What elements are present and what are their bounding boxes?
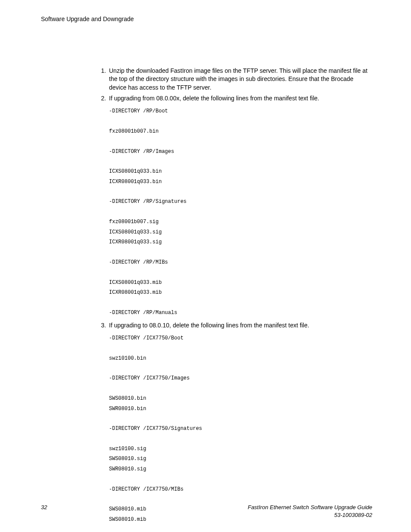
page-footer: 32 FastIron Ethernet Switch Software Upg… [41,504,372,519]
step-3-code: -DIRECTORY /ICX7750/Boot swz10100.bin -D… [109,333,372,532]
page-content: Unzip the downloaded FastIron image file… [97,67,372,532]
step-2-text: If upgrading from 08.0.00x, delete the f… [109,95,319,102]
document-page: Software Upgrade and Downgrade Unzip the… [0,0,411,532]
step-1: Unzip the downloaded FastIron image file… [108,67,372,92]
step-2: If upgrading from 08.0.00x, delete the f… [108,94,372,318]
step-3-text: If upgrading to 08.0.10, delete the foll… [109,322,309,329]
doc-title: FastIron Ethernet Switch Software Upgrad… [248,504,372,510]
page-number: 32 [41,504,47,511]
step-2-code: -DIRECTORY /RP/Boot fxz08001b007.bin -DI… [109,106,372,318]
doc-number: 53-1003089-02 [334,512,372,518]
page-header-title: Software Upgrade and Downgrade [41,15,372,24]
step-1-text: Unzip the downloaded FastIron image file… [109,67,367,91]
doc-info: FastIron Ethernet Switch Software Upgrad… [248,504,372,519]
step-3: If upgrading to 08.0.10, delete the foll… [108,321,372,532]
